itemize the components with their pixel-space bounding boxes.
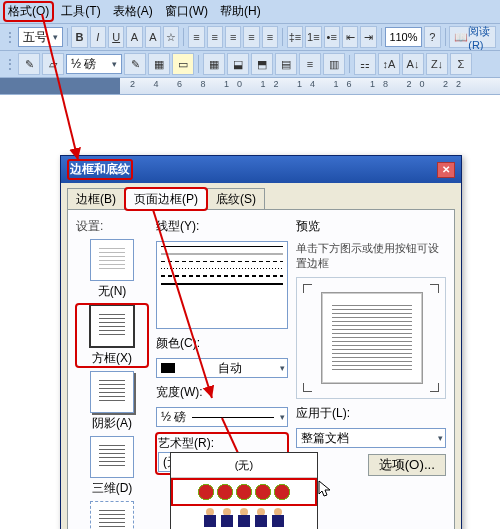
line-weight-select[interactable]: ½ 磅▾ — [66, 54, 122, 74]
color-label: 颜色(C): — [156, 335, 288, 352]
autosum-button[interactable]: Σ — [450, 53, 472, 75]
setting-none[interactable]: 无(N) — [76, 239, 148, 300]
menu-help[interactable]: 帮助(H) — [216, 2, 265, 21]
close-button[interactable]: ✕ — [437, 162, 455, 178]
line-style-list[interactable] — [156, 241, 288, 329]
apply-to-select[interactable]: 整篇文档▾ — [296, 428, 446, 448]
art-dropdown-list[interactable]: (无) — [170, 452, 318, 529]
font-border-button[interactable]: A — [126, 26, 142, 48]
char-scale-button[interactable]: ☆ — [163, 26, 179, 48]
ruler-marks: 2 4 6 8 10 12 14 16 18 20 22 — [130, 79, 469, 89]
options-button[interactable]: 选项(O)... — [368, 454, 446, 476]
bold-button[interactable]: B — [71, 26, 87, 48]
read-mode-button[interactable]: 📖 阅读(R) — [449, 26, 496, 48]
handle: ⋮ — [4, 30, 16, 44]
menubar: 格式(O) 工具(T) 表格(A) 窗口(W) 帮助(H) — [0, 0, 500, 24]
eraser-button[interactable]: ▱ — [42, 53, 64, 75]
text-direction-button[interactable]: ↕A — [378, 53, 400, 75]
italic-button[interactable]: I — [90, 26, 106, 48]
dialog-tabs: 边框(B) 页面边框(P) 底纹(S) — [61, 183, 461, 209]
art-option-lanterns[interactable] — [171, 478, 317, 506]
menu-tools[interactable]: 工具(T) — [57, 2, 104, 21]
align-right-button[interactable]: ≡ — [225, 26, 241, 48]
color-select[interactable]: 自动▾ — [156, 358, 288, 378]
autoformat-button[interactable]: ⚏ — [354, 53, 376, 75]
border-button[interactable]: ▦ — [148, 53, 170, 75]
outdent-button[interactable]: ⇤ — [342, 26, 358, 48]
settings-label: 设置: — [76, 218, 148, 235]
line-style-label: 线型(Y): — [156, 218, 288, 235]
merge-cells-button[interactable]: ⬓ — [227, 53, 249, 75]
preview-hint: 单击下方图示或使用按钮可设置边框 — [296, 241, 446, 271]
align-cell-button[interactable]: ▤ — [275, 53, 297, 75]
setting-box[interactable]: 方框(X) — [76, 304, 148, 367]
toolbar-formatting: ⋮ 五号▾ B I U A A ☆ ≡ ≡ ≡ ≡ ≡ ‡≡ 1≡ •≡ ⇤ ⇥… — [0, 24, 500, 51]
toolbar-tables: ⋮ ✎ ▱ ½ 磅▾ ✎ ▦ ▭ ▦ ⬓ ⬒ ▤ ≡ ▥ ⚏ ↕A A↓ Z↓ … — [0, 51, 500, 78]
split-cells-button[interactable]: ⬒ — [251, 53, 273, 75]
width-select[interactable]: ½ 磅 ▾ — [156, 407, 288, 427]
preview-column: 预览 单击下方图示或使用按钮可设置边框 应用于(L): 整篇文档▾ 选项(O).… — [296, 218, 446, 529]
menu-window[interactable]: 窗口(W) — [161, 2, 212, 21]
handle: ⋮ — [4, 57, 16, 71]
tab-shading[interactable]: 底纹(S) — [207, 188, 265, 210]
zoom-select[interactable]: 110% — [385, 27, 422, 47]
bullets-button[interactable]: •≡ — [324, 26, 340, 48]
width-label: 宽度(W): — [156, 384, 288, 401]
align-center-button[interactable]: ≡ — [207, 26, 223, 48]
sort-asc-button[interactable]: A↓ — [402, 53, 424, 75]
distribute-cols-button[interactable]: ▥ — [323, 53, 345, 75]
border-color-button[interactable]: ✎ — [124, 53, 146, 75]
menu-format[interactable]: 格式(O) — [4, 2, 53, 21]
sort-desc-button[interactable]: Z↓ — [426, 53, 448, 75]
menu-table[interactable]: 表格(A) — [109, 2, 157, 21]
font-size-select[interactable]: 五号▾ — [18, 27, 63, 47]
dialog-titlebar: 边框和底纹 ✕ — [61, 156, 461, 183]
apply-to-label: 应用于(L): — [296, 405, 446, 422]
tab-border[interactable]: 边框(B) — [67, 188, 125, 210]
setting-shadow[interactable]: 阴影(A) — [76, 371, 148, 432]
shading-color-button[interactable]: ▭ — [172, 53, 194, 75]
numbering-button[interactable]: 1≡ — [305, 26, 321, 48]
preview-label: 预览 — [296, 218, 446, 235]
settings-column: 设置: 无(N) 方框(X) 阴影(A) 三维(D) 自定义(U) — [76, 218, 148, 529]
distribute-rows-button[interactable]: ≡ — [299, 53, 321, 75]
tab-page-border[interactable]: 页面边框(P) — [125, 188, 207, 210]
help-icon[interactable]: ? — [424, 26, 440, 48]
art-label: 艺术型(R): — [158, 435, 286, 452]
art-option-none[interactable]: (无) — [171, 453, 317, 478]
dialog-title-text: 边框和底纹 — [67, 159, 133, 180]
insert-table-button[interactable]: ▦ — [203, 53, 225, 75]
align-justify-button[interactable]: ≡ — [243, 26, 259, 48]
indent-button[interactable]: ⇥ — [360, 26, 376, 48]
char-shading-button[interactable]: A — [145, 26, 161, 48]
draw-table-button[interactable]: ✎ — [18, 53, 40, 75]
ruler: 2 4 6 8 10 12 14 16 18 20 22 — [0, 78, 500, 95]
art-option-people[interactable] — [171, 506, 317, 529]
line-spacing-button[interactable]: ‡≡ — [287, 26, 303, 48]
document-area — [0, 95, 500, 115]
underline-button[interactable]: U — [108, 26, 124, 48]
preview-box[interactable] — [296, 277, 446, 399]
setting-3d[interactable]: 三维(D) — [76, 436, 148, 497]
align-left-button[interactable]: ≡ — [188, 26, 204, 48]
setting-custom[interactable]: 自定义(U) — [76, 501, 148, 529]
distribute-button[interactable]: ≡ — [262, 26, 278, 48]
